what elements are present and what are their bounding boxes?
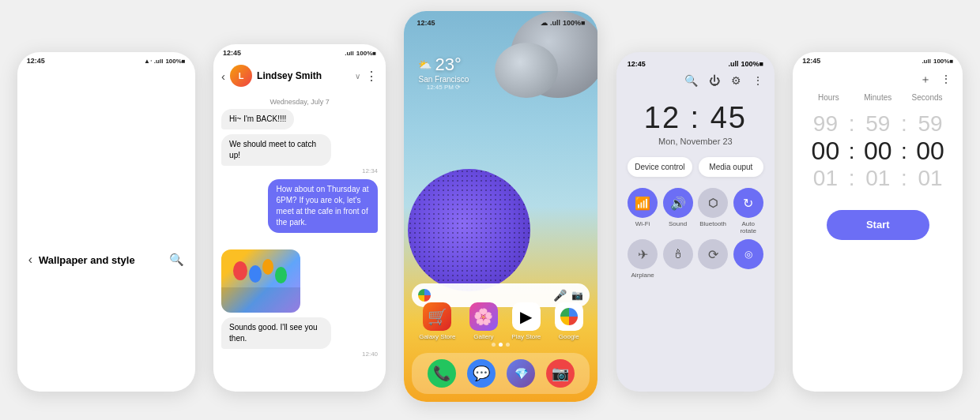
- start-button[interactable]: Start: [827, 210, 929, 240]
- tile-5[interactable]: 🕯: [662, 239, 693, 279]
- clock-widget: 12 : 45 Mon, November 23: [616, 93, 775, 149]
- tile-wifi[interactable]: 📶 Wi-Fi: [628, 188, 658, 234]
- page-title: Wallpaper and style: [39, 254, 163, 266]
- tile-6[interactable]: ⟳: [698, 239, 729, 279]
- app-play-store[interactable]: ▶ Play Store: [511, 302, 541, 340]
- add-icon[interactable]: ＋: [920, 73, 931, 87]
- quick-tiles: 📶 Wi-Fi 🔊 Sound ⬡ Bluetooth ↻ Auto rotat…: [616, 185, 775, 285]
- speaker-object: [408, 169, 530, 291]
- back-icon[interactable]: ‹: [221, 69, 225, 83]
- tile-autorotate[interactable]: ↻ Auto rotate: [733, 188, 763, 234]
- dock-camera[interactable]: 📷: [546, 359, 575, 388]
- media-output-btn[interactable]: Media ouput: [699, 157, 763, 177]
- message-image: [221, 249, 300, 313]
- phone-wallpaper: 12:45 ▲ᐧ .ull 100%■ ‹ Wallpaper and styl…: [17, 52, 195, 392]
- app-galaxy-store[interactable]: 🛒 Galaxy Store: [419, 302, 455, 340]
- message-time-last: 12:40: [221, 351, 378, 358]
- search-icon[interactable]: 🔍: [169, 253, 184, 267]
- more-icon[interactable]: ⋮: [940, 73, 952, 87]
- sound-icon: 🔊: [663, 188, 693, 218]
- message-group-2: We should meet to catch up! 12:34: [221, 134, 378, 174]
- status-bar-4: 12:45 .ull 100%■: [616, 52, 775, 71]
- timer-display: 99 : 59 : 59 00 : 00 : 00 01 : 01 : 01: [793, 105, 963, 197]
- timer-column-labels: Hours Minutes Seconds: [793, 90, 963, 105]
- timer-header: ＋ ⋮: [793, 66, 963, 90]
- status-bar-5: 12:45 .ull 100%■: [793, 52, 963, 66]
- more-options-icon[interactable]: ⋮: [365, 69, 378, 84]
- device-control-btn[interactable]: Device control: [628, 157, 692, 177]
- message-bubble-in-2: We should meet to catch up!: [221, 134, 331, 166]
- panel-toolbar: 🔍 ⏻ ⚙ ⋮: [616, 71, 775, 93]
- tile-airplane[interactable]: ✈ Airplane: [628, 239, 658, 279]
- app-google[interactable]: Google: [555, 302, 583, 340]
- mic-icon[interactable]: 🎤: [553, 289, 567, 302]
- status-bar-2: 12:45 .ull 100%■: [213, 44, 386, 58]
- flashlight-icon: 🕯: [663, 239, 693, 269]
- status-icons-1: ▲ᐧ .ull 100%■: [144, 58, 186, 65]
- power-icon[interactable]: ⏻: [709, 74, 720, 87]
- message-time-out: 12:41: [221, 234, 378, 242]
- phone-timer: 12:45 .ull 100%■ ＋ ⋮ Hours Minutes Secon…: [793, 52, 963, 392]
- message-time-2: 12:34: [221, 167, 378, 174]
- more-icon[interactable]: ⋮: [752, 74, 763, 87]
- settings-icon[interactable]: ⚙: [731, 74, 741, 87]
- contact-name: Lindsey Smith: [257, 70, 350, 81]
- message-body: Hi~ I'm BACK!!!! We should meet to catch…: [213, 109, 386, 358]
- dock: 📞 💬 💎 📷: [412, 353, 590, 394]
- wifi-icon: 📶: [628, 188, 658, 218]
- bluetooth-icon: ⬡: [698, 188, 728, 218]
- tile-7[interactable]: ◎: [733, 239, 763, 279]
- app-grid: 🛒 Galaxy Store 🌸 Gallery ▶ Play Store Go…: [412, 302, 590, 340]
- nfc-icon: ◎: [733, 239, 763, 269]
- rock-2: [495, 43, 558, 98]
- message-date: Wednesday, July 7: [213, 93, 386, 109]
- message-bubble-in-last: Sounds good. I'll see you then.: [221, 317, 331, 349]
- timer-bottom-row: 01 : 01 : 01: [804, 166, 952, 191]
- status-bar-1: 12:45 ▲ᐧ .ull 100%■: [17, 52, 195, 66]
- tile-sound[interactable]: 🔊 Sound: [662, 188, 693, 234]
- message-group-in-last: Sounds good. I'll see you then. 12:40: [221, 317, 378, 358]
- google-logo: [418, 289, 431, 302]
- back-icon[interactable]: ‹: [28, 253, 32, 267]
- autorotate-icon: ↻: [733, 188, 763, 218]
- speaker-texture: [408, 169, 530, 291]
- phone-quick-panel: 12:45 .ull 100%■ 🔍 ⏻ ⚙ ⋮ 12 : 45 Mon, No…: [616, 52, 775, 392]
- message-bubble-in-1: Hi~ I'm BACK!!!!: [221, 109, 294, 129]
- timer-top-row: 99 : 59 : 59: [804, 111, 952, 137]
- tile-bluetooth[interactable]: ⬡ Bluetooth: [698, 188, 729, 234]
- page-dots: [404, 343, 597, 347]
- quick-buttons: Device control Media ouput: [616, 149, 775, 185]
- dock-samsung[interactable]: 💎: [507, 359, 535, 388]
- lens-icon[interactable]: 📷: [571, 290, 583, 301]
- sync-icon: ⟳: [698, 239, 728, 269]
- message-header: ‹ L Lindsey Smith ∨ ⋮: [213, 58, 386, 93]
- dock-messages[interactable]: 💬: [467, 359, 496, 388]
- app-gallery[interactable]: 🌸 Gallery: [469, 302, 498, 340]
- contact-chevron-icon: ∨: [355, 72, 360, 81]
- message-bubble-out: How about on Thursday at 6PM? If you are…: [268, 179, 378, 233]
- airplane-icon: ✈: [628, 239, 658, 269]
- timer-main-row: 00 : 00 : 00: [804, 137, 952, 166]
- dock-phone[interactable]: 📞: [428, 359, 456, 388]
- status-bar-3: 12:45 ☁ .ull 100%■: [404, 11, 597, 30]
- message-group-out: How about on Thursday at 6PM? If you are…: [221, 179, 378, 242]
- phone-home: 12:45 ☁ .ull 100%■ ⛅ 23° San Francisco 1…: [404, 11, 597, 402]
- contact-avatar: L: [230, 65, 252, 87]
- search-icon[interactable]: 🔍: [684, 74, 698, 87]
- weather-widget: ⛅ 23° San Francisco 12:45 PM ⟳: [418, 54, 469, 91]
- phone-messages: 12:45 .ull 100%■ ‹ L Lindsey Smith ∨ ⋮ W…: [213, 44, 386, 392]
